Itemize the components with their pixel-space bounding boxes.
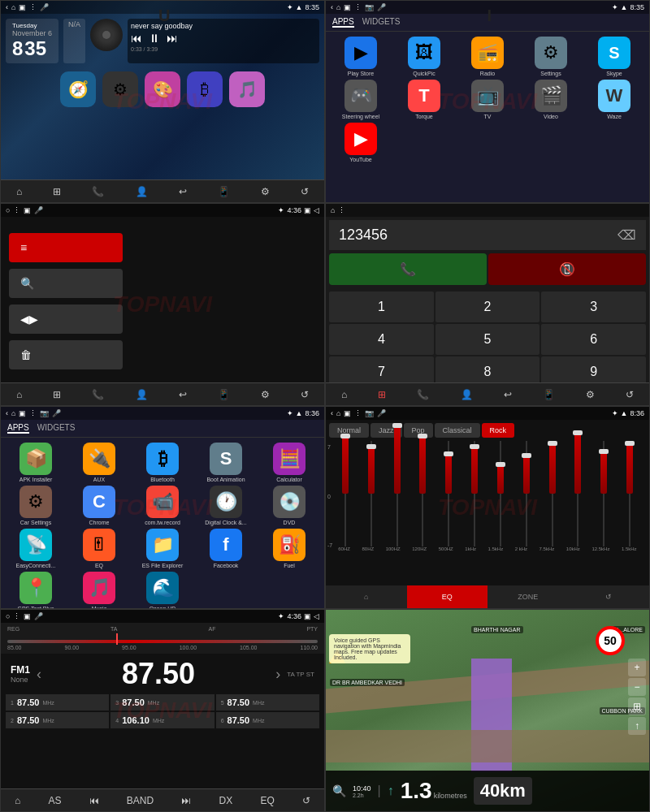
app-gps[interactable]: 📍 GPS Test Plus (6, 572, 66, 609)
menu-delete-btn[interactable]: 🗑 (9, 340, 123, 369)
preset-6[interactable]: 6 87.50 MHz (216, 712, 319, 728)
preset-3[interactable]: 3 87.50 MHz (110, 694, 214, 710)
menu-icon-4[interactable]: ⋮ (338, 206, 345, 214)
music-prev[interactable]: ⏮ (131, 32, 142, 45)
nav-prev-7[interactable]: ⏮ (89, 795, 99, 806)
nav-gear-4[interactable]: ⚙ (586, 389, 595, 400)
nav-refresh-4[interactable]: ↺ (626, 389, 634, 400)
window2-icon-3[interactable]: ▣ (304, 206, 311, 214)
key-1[interactable]: 1 (329, 292, 434, 322)
app-steering[interactable]: 🎮 Steering wheel (331, 80, 391, 119)
nav-band-7[interactable]: BAND (127, 795, 154, 806)
eq-nav-back[interactable]: ↺ (569, 585, 650, 608)
app-aux[interactable]: 🔌 AUX (69, 443, 129, 482)
nav-gear[interactable]: ⚙ (261, 186, 270, 197)
window-icon-3[interactable]: ▣ (24, 206, 31, 214)
app-facebook[interactable]: f Facebook (196, 529, 256, 568)
nav-contact-4[interactable]: 👤 (461, 389, 473, 400)
app-torque[interactable]: T Torque (394, 80, 454, 119)
eq-bar-11[interactable] (598, 441, 609, 546)
nav-apps-3[interactable]: ⊞ (53, 389, 61, 400)
nav-as-7[interactable]: AS (49, 795, 62, 806)
gps-zoom-out[interactable]: − (628, 678, 646, 696)
key-4[interactable]: 4 (329, 324, 434, 355)
music-widget[interactable]: never say goodbay ⏮ ⏸ ⏭ 0:33 / 3:39 (128, 19, 319, 63)
app-boot[interactable]: S Boot Animation (196, 443, 256, 482)
app-waze[interactable]: W Waze (584, 80, 644, 119)
app-video[interactable]: 🎬 Video (521, 80, 581, 119)
eq-bar-10[interactable] (572, 441, 583, 546)
back-icon-7[interactable]: ◁ (314, 612, 319, 620)
key-6[interactable]: 6 (541, 324, 646, 355)
app-bluetooth[interactable]: ₿ (187, 71, 223, 107)
nav-eq-7[interactable]: EQ (260, 795, 274, 806)
eq-bar-4[interactable] (417, 441, 428, 546)
menu-icon-3[interactable]: ⋮ (13, 206, 20, 214)
menu-icon[interactable]: ⋮ (29, 3, 37, 11)
app-easy[interactable]: 📡 EasyConnecti... (6, 529, 66, 568)
nav-back-3[interactable]: ↩ (179, 389, 187, 400)
app-music5[interactable]: 🎵 Music (69, 572, 129, 609)
nav-home-4[interactable]: ⌂ (341, 389, 347, 400)
tab-apps-5[interactable]: APPS (7, 423, 29, 434)
menu-icon-7[interactable]: ⋮ (13, 612, 20, 620)
app-radio[interactable]: 📻 Radio (457, 37, 518, 76)
freq-slider[interactable] (7, 640, 318, 643)
eq-bar-8[interactable] (521, 441, 532, 546)
menu-icon-6[interactable]: ⋮ (354, 409, 362, 417)
gps-layers[interactable]: ⊞ (628, 698, 646, 715)
nav-refresh[interactable]: ↺ (301, 186, 309, 197)
eq-nav-eq[interactable]: EQ (407, 585, 488, 608)
nav-phone2-3[interactable]: 📱 (218, 389, 230, 400)
eq-bar-5[interactable] (443, 441, 454, 546)
nav-home[interactable]: ⌂ (16, 186, 22, 197)
home-icon-6[interactable]: ⌂ (336, 409, 340, 417)
app-carsettings[interactable]: ⚙ Car Settings (6, 486, 66, 525)
radio-next-btn[interactable]: › (275, 666, 280, 683)
back-icon-5[interactable]: ‹ (6, 409, 8, 417)
window-icon-5[interactable]: ▣ (19, 409, 26, 417)
nav-home-7[interactable]: ⌂ (15, 795, 20, 806)
nav-back-4[interactable]: ↩ (504, 389, 512, 400)
music-play[interactable]: ⏸ (149, 32, 160, 45)
mic-icon-3[interactable]: 🎤 (34, 206, 43, 214)
backspace-icon[interactable]: ⌫ (618, 227, 636, 243)
nav-contact-3[interactable]: 👤 (136, 389, 148, 400)
mic-icon-6[interactable]: 🎤 (377, 409, 386, 417)
mic-icon-2[interactable]: 🎤 (377, 3, 386, 11)
eq-bar-3[interactable] (392, 441, 403, 546)
app-esfile[interactable]: 📁 ES File Explorer (132, 529, 193, 568)
music-next[interactable]: ⏭ (167, 32, 178, 45)
home-icon[interactable]: ⌂ (11, 3, 15, 11)
app-quickpic[interactable]: 🖼 QuickPic (394, 37, 454, 76)
eq-bar-7[interactable] (495, 441, 506, 546)
app-skype[interactable]: S Skype (584, 37, 644, 76)
tab-apps[interactable]: APPS (332, 17, 354, 28)
camera-icon-2[interactable]: 📷 (365, 3, 374, 11)
app-calc[interactable]: 🧮 Calculator (259, 443, 319, 482)
preset-5[interactable]: 5 87.50 MHz (216, 694, 319, 710)
camera-icon-6[interactable]: 📷 (365, 409, 374, 417)
back-icon-3[interactable]: ◁ (314, 206, 319, 214)
app-bt[interactable]: ₿ Bluetooth (132, 443, 193, 482)
nav-contact[interactable]: 👤 (136, 186, 148, 197)
app-youtube[interactable]: ▶ YouTube (331, 123, 391, 162)
window-icon[interactable]: ▣ (19, 3, 26, 11)
nav-back-7[interactable]: ↺ (302, 795, 310, 806)
nav-home-3[interactable]: ⌂ (16, 389, 22, 400)
vinyl-widget[interactable] (90, 19, 123, 51)
circle-icon-3[interactable]: ○ (6, 206, 10, 214)
key-5[interactable]: 5 (436, 324, 540, 355)
nav-next-7[interactable]: ⏭ (181, 795, 191, 806)
app-maps[interactable]: 🧭 (60, 71, 96, 107)
eq-nav-home[interactable]: ⌂ (326, 585, 407, 608)
home-icon-2[interactable]: ⌂ (336, 3, 340, 11)
preset-2[interactable]: 2 87.50 MHz (6, 712, 109, 728)
nav-phone2[interactable]: 📱 (218, 186, 230, 197)
clock-widget[interactable]: Tuesday November 6 8 35 (6, 19, 58, 63)
window-icon-2[interactable]: ▣ (344, 3, 351, 11)
gps-compass[interactable]: ↑ (628, 717, 646, 735)
nav-refresh-3[interactable]: ↺ (301, 389, 309, 400)
app-eq[interactable]: 🎚 EQ (69, 529, 129, 568)
back-icon[interactable]: ‹ (6, 3, 8, 11)
